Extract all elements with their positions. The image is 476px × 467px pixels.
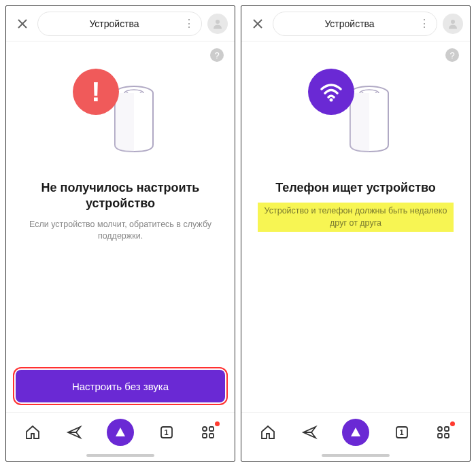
windows-icon[interactable]: 1 <box>157 423 176 442</box>
content-area: ? ! Не получилось настроить устройство Е… <box>6 41 235 370</box>
send-icon[interactable] <box>65 423 84 442</box>
avatar[interactable] <box>443 14 463 34</box>
close-button[interactable] <box>13 14 32 33</box>
tabbar: 1 <box>241 412 470 451</box>
svg-rect-20 <box>445 434 449 438</box>
wifi-icon <box>308 69 354 115</box>
svg-rect-8 <box>203 434 207 438</box>
svg-rect-19 <box>438 434 442 438</box>
error-subtext: Если устройство молчит, обратитесь в слу… <box>22 219 218 243</box>
help-icon[interactable]: ? <box>210 48 224 62</box>
content-area: ? Телефон ищет устройст <box>241 41 470 412</box>
device-illustration <box>301 69 410 164</box>
phone-screen-right: Устройства ⋮ ? <box>241 5 471 462</box>
menu-dots-icon[interactable]: ⋮ <box>184 17 194 30</box>
header: Устройства ⋮ <box>241 6 470 41</box>
menu-dots-icon[interactable]: ⋮ <box>419 17 430 30</box>
error-icon: ! <box>73 69 119 115</box>
windows-icon[interactable]: 1 <box>392 423 411 442</box>
phone-screen-left: Устройства ⋮ ? ! Не получилось настрои <box>5 5 235 462</box>
cta-area: Настроить без звука <box>6 370 235 412</box>
svg-rect-9 <box>209 434 214 438</box>
page-title: Устройства <box>324 18 374 29</box>
svg-rect-7 <box>209 427 214 431</box>
setup-without-sound-button[interactable]: Настроить без звука <box>16 370 225 402</box>
send-icon[interactable] <box>300 423 319 442</box>
home-icon[interactable] <box>258 423 277 442</box>
windows-count: 1 <box>165 428 169 436</box>
notification-dot <box>215 421 220 426</box>
help-icon[interactable]: ? <box>445 48 459 62</box>
avatar[interactable] <box>207 14 228 34</box>
error-heading: Не получилось настроить устройство <box>22 180 218 212</box>
nav-indicator <box>86 454 154 457</box>
svg-point-0 <box>216 20 220 24</box>
alice-button[interactable] <box>107 419 134 446</box>
windows-count: 1 <box>400 428 404 436</box>
notification-dot <box>450 421 455 426</box>
grid-icon[interactable] <box>199 423 218 442</box>
home-icon[interactable] <box>23 423 42 442</box>
title-pill[interactable]: Устройства ⋮ <box>37 12 202 36</box>
grid-icon[interactable] <box>434 423 453 442</box>
svg-point-6 <box>203 427 207 431</box>
svg-point-17 <box>438 427 442 431</box>
page-title: Устройства <box>89 18 139 29</box>
close-button[interactable] <box>248 14 267 33</box>
svg-rect-18 <box>445 427 449 431</box>
tabbar: 1 <box>6 412 235 451</box>
nav-indicator <box>322 454 390 457</box>
title-pill[interactable]: Устройства ⋮ <box>273 12 437 36</box>
header: Устройства ⋮ <box>6 6 235 41</box>
svg-point-11 <box>330 99 333 102</box>
svg-point-10 <box>451 20 455 24</box>
searching-heading: Телефон ищет устройство <box>275 180 436 196</box>
device-illustration: ! <box>66 69 175 164</box>
searching-subtext: Устройство и телефон должны быть недалек… <box>258 203 454 232</box>
alice-button[interactable] <box>342 419 369 446</box>
